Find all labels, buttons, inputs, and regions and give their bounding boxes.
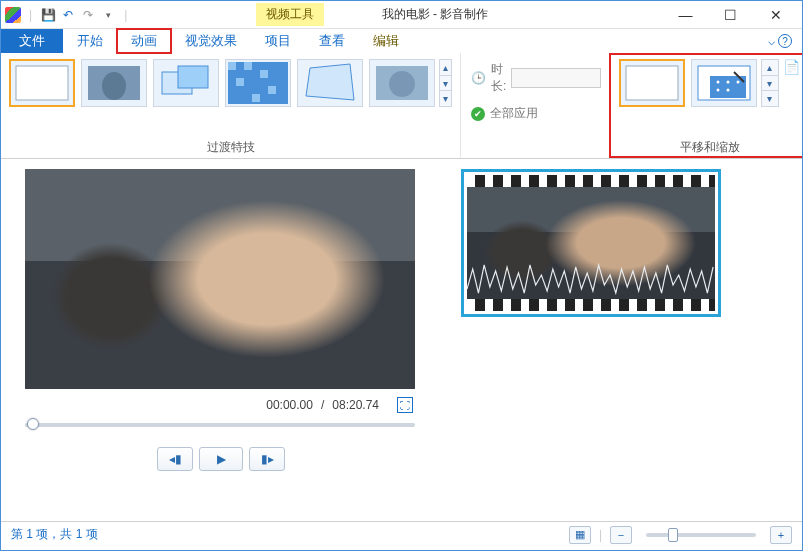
zoom-in-button[interactable]: + bbox=[770, 526, 792, 544]
svg-marker-12 bbox=[306, 64, 354, 100]
video-preview[interactable] bbox=[25, 169, 415, 389]
transition-crossfade[interactable] bbox=[81, 59, 147, 107]
minimize-button[interactable]: — bbox=[663, 2, 708, 28]
qat-more-icon[interactable]: ▾ bbox=[100, 7, 116, 23]
svg-point-21 bbox=[717, 89, 720, 92]
video-still bbox=[25, 169, 415, 389]
transition-blur[interactable] bbox=[369, 59, 435, 107]
tab-start[interactable]: 开始 bbox=[63, 29, 117, 53]
duration-label: 时长: bbox=[491, 61, 506, 95]
transitions-gallery bbox=[9, 59, 435, 107]
time-sep: / bbox=[321, 398, 324, 412]
main-area: 00:00.00/08:20.74 ⛶ ◂▮ ▶ ▮▸ bbox=[1, 159, 802, 521]
ribbon-collapse[interactable]: ⌵ ? bbox=[758, 29, 802, 53]
play-button[interactable]: ▶ bbox=[199, 447, 243, 471]
seek-thumb[interactable] bbox=[27, 418, 39, 430]
scroll-up-icon[interactable]: ▴ bbox=[440, 60, 451, 76]
save-icon[interactable]: 💾 bbox=[40, 7, 56, 23]
svg-rect-11 bbox=[252, 94, 260, 102]
zoom-slider[interactable] bbox=[646, 533, 756, 537]
document-title: 我的电影 - 影音制作 bbox=[382, 6, 489, 23]
window-controls: — ☐ ✕ bbox=[663, 2, 798, 28]
pan-zoom-gallery bbox=[619, 59, 757, 107]
tab-visual-effects[interactable]: 视觉效果 bbox=[171, 29, 251, 53]
contextual-tab-header: 视频工具 bbox=[256, 3, 324, 26]
group-pan-zoom: ▴ ▾ ▾ 📄 平移和缩放 bbox=[611, 53, 803, 158]
pan-zoom-auto[interactable] bbox=[691, 59, 757, 107]
svg-point-2 bbox=[102, 72, 126, 100]
transition-flip[interactable] bbox=[297, 59, 363, 107]
group-label-transitions: 过渡特技 bbox=[9, 137, 452, 156]
quick-access-toolbar: | 💾 ↶ ↷ ▾ | bbox=[5, 7, 131, 23]
ribbon-tab-strip: 文件 开始 动画 视觉效果 项目 查看 编辑 ⌵ ? bbox=[1, 29, 802, 53]
time-display: 00:00.00/08:20.74 ⛶ bbox=[25, 397, 417, 413]
seek-bar[interactable] bbox=[25, 423, 415, 427]
svg-rect-0 bbox=[16, 66, 68, 100]
tab-project[interactable]: 项目 bbox=[251, 29, 305, 53]
duration-input[interactable] bbox=[511, 68, 601, 88]
zoom-out-button[interactable]: − bbox=[610, 526, 632, 544]
svg-point-14 bbox=[389, 71, 415, 97]
svg-rect-10 bbox=[268, 86, 276, 94]
next-frame-button[interactable]: ▮▸ bbox=[249, 447, 285, 471]
sprocket-bottom bbox=[467, 299, 715, 311]
transport-controls: ◂▮ ▶ ▮▸ bbox=[25, 447, 417, 471]
duration-row: 🕒 时长: bbox=[471, 61, 600, 95]
sprocket-top bbox=[467, 175, 715, 187]
scroll-down-icon[interactable]: ▾ bbox=[762, 76, 778, 92]
transition-slide[interactable] bbox=[153, 59, 219, 107]
preview-pane: 00:00.00/08:20.74 ⛶ ◂▮ ▶ ▮▸ bbox=[1, 159, 441, 521]
svg-point-22 bbox=[727, 89, 730, 92]
group-label-pan-zoom: 平移和缩放 bbox=[619, 137, 800, 156]
audio-waveform bbox=[467, 259, 715, 299]
zoom-thumb[interactable] bbox=[668, 528, 678, 542]
svg-point-18 bbox=[717, 81, 720, 84]
help-icon[interactable]: ? bbox=[778, 34, 792, 48]
svg-rect-6 bbox=[228, 62, 236, 70]
pan-zoom-none[interactable] bbox=[619, 59, 685, 107]
svg-rect-9 bbox=[236, 78, 244, 86]
tab-animation[interactable]: 动画 bbox=[117, 29, 171, 53]
maximize-button[interactable]: ☐ bbox=[708, 2, 753, 28]
time-total: 08:20.74 bbox=[332, 398, 379, 412]
svg-rect-7 bbox=[244, 62, 252, 70]
apply-all-row[interactable]: ✔ 全部应用 bbox=[471, 105, 600, 122]
timeline-clip[interactable] bbox=[461, 169, 721, 317]
svg-rect-8 bbox=[260, 70, 268, 78]
prev-frame-button[interactable]: ◂▮ bbox=[157, 447, 193, 471]
status-text: 第 1 项，共 1 项 bbox=[11, 526, 98, 543]
clock-icon: 🕒 bbox=[471, 71, 486, 85]
fullscreen-icon[interactable]: ⛶ bbox=[397, 397, 413, 413]
redo-icon[interactable]: ↷ bbox=[80, 7, 96, 23]
tab-edit[interactable]: 编辑 bbox=[359, 29, 413, 53]
pan-zoom-more[interactable]: ▴ ▾ ▾ bbox=[761, 59, 779, 107]
svg-rect-15 bbox=[626, 66, 678, 100]
chevron-down-icon: ⌵ bbox=[768, 34, 775, 48]
expand-gallery-icon[interactable]: ▾ bbox=[440, 91, 451, 106]
tab-file[interactable]: 文件 bbox=[1, 29, 63, 53]
undo-icon[interactable]: ↶ bbox=[60, 7, 76, 23]
status-bar: 第 1 项，共 1 项 ▦ | − + bbox=[1, 521, 802, 547]
apply-all-label: 全部应用 bbox=[490, 105, 538, 122]
time-current: 00:00.00 bbox=[266, 398, 313, 412]
filmstrip bbox=[467, 175, 715, 311]
app-logo-icon bbox=[5, 7, 21, 23]
ribbon-body: ▴ ▾ ▾ 过渡特技 🕒 时长: ✔ 全部应用 ▴ ▾ bbox=[1, 53, 802, 159]
scroll-up-icon[interactable]: ▴ bbox=[762, 60, 778, 76]
separator: | bbox=[29, 8, 32, 22]
close-button[interactable]: ✕ bbox=[753, 2, 798, 28]
group-transitions: ▴ ▾ ▾ 过渡特技 bbox=[1, 53, 461, 158]
transition-pixelate[interactable] bbox=[225, 59, 291, 107]
transition-none[interactable] bbox=[9, 59, 75, 107]
expand-gallery-icon[interactable]: ▾ bbox=[762, 91, 778, 106]
svg-point-20 bbox=[737, 81, 740, 84]
pan-zoom-options-icon[interactable]: 📄 bbox=[783, 59, 800, 75]
group-properties: 🕒 时长: ✔ 全部应用 bbox=[461, 53, 611, 158]
view-mode-button[interactable]: ▦ bbox=[569, 526, 591, 544]
timeline-pane[interactable] bbox=[441, 159, 802, 521]
apply-all-icon: ✔ bbox=[471, 107, 485, 121]
svg-point-19 bbox=[727, 81, 730, 84]
scroll-down-icon[interactable]: ▾ bbox=[440, 76, 451, 92]
gallery-more[interactable]: ▴ ▾ ▾ bbox=[439, 59, 452, 107]
tab-view[interactable]: 查看 bbox=[305, 29, 359, 53]
